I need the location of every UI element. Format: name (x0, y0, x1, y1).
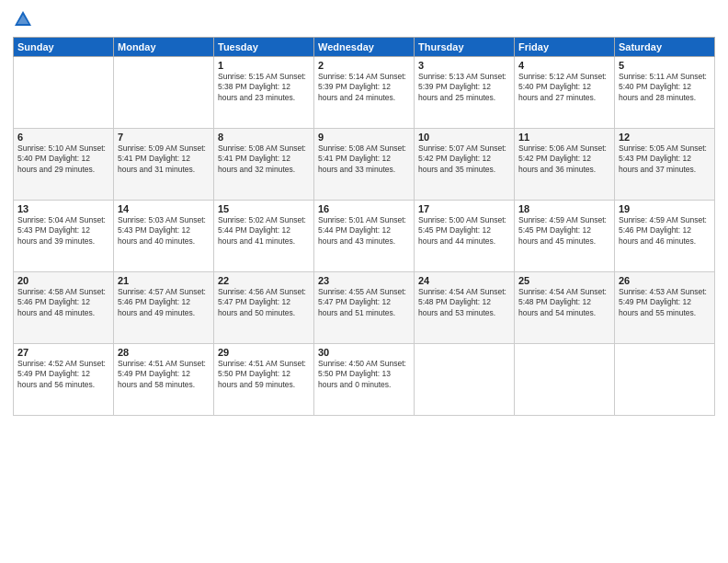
calendar-cell: 1Sunrise: 5:15 AM Sunset: 5:38 PM Daylig… (214, 57, 314, 129)
calendar: SundayMondayTuesdayWednesdayThursdayFrid… (13, 37, 715, 416)
weekday-header: Wednesday (314, 38, 415, 57)
weekday-header: Saturday (615, 38, 715, 57)
calendar-cell (114, 57, 214, 129)
day-number: 1 (218, 60, 310, 71)
day-number: 20 (17, 275, 109, 286)
day-number: 22 (218, 275, 310, 286)
weekday-header: Friday (515, 38, 615, 57)
calendar-cell: 29Sunrise: 4:51 AM Sunset: 5:50 PM Dayli… (214, 344, 314, 416)
calendar-cell: 2Sunrise: 5:14 AM Sunset: 5:39 PM Daylig… (314, 57, 415, 129)
calendar-cell: 23Sunrise: 4:55 AM Sunset: 5:47 PM Dayli… (314, 272, 415, 344)
calendar-cell: 12Sunrise: 5:05 AM Sunset: 5:43 PM Dayli… (615, 129, 715, 201)
day-info: Sunrise: 4:54 AM Sunset: 5:48 PM Dayligh… (518, 287, 610, 318)
calendar-cell: 11Sunrise: 5:06 AM Sunset: 5:42 PM Dayli… (515, 129, 615, 201)
day-info: Sunrise: 5:07 AM Sunset: 5:42 PM Dayligh… (418, 144, 510, 175)
day-info: Sunrise: 4:53 AM Sunset: 5:49 PM Dayligh… (619, 287, 711, 318)
calendar-cell: 20Sunrise: 4:58 AM Sunset: 5:46 PM Dayli… (14, 272, 114, 344)
calendar-cell: 17Sunrise: 5:00 AM Sunset: 5:45 PM Dayli… (415, 201, 515, 272)
day-info: Sunrise: 5:08 AM Sunset: 5:41 PM Dayligh… (218, 144, 310, 175)
day-number: 16 (318, 203, 410, 214)
calendar-cell: 15Sunrise: 5:02 AM Sunset: 5:44 PM Dayli… (214, 201, 314, 272)
calendar-cell: 6Sunrise: 5:10 AM Sunset: 5:40 PM Daylig… (14, 129, 114, 201)
calendar-cell: 24Sunrise: 4:54 AM Sunset: 5:48 PM Dayli… (415, 272, 515, 344)
day-number: 26 (619, 275, 711, 286)
day-info: Sunrise: 4:50 AM Sunset: 5:50 PM Dayligh… (318, 359, 410, 390)
calendar-cell: 8Sunrise: 5:08 AM Sunset: 5:41 PM Daylig… (214, 129, 314, 201)
weekday-header: Thursday (415, 38, 515, 57)
day-info: Sunrise: 4:55 AM Sunset: 5:47 PM Dayligh… (318, 287, 410, 318)
calendar-cell: 30Sunrise: 4:50 AM Sunset: 5:50 PM Dayli… (314, 344, 415, 416)
calendar-week-row: 1Sunrise: 5:15 AM Sunset: 5:38 PM Daylig… (14, 57, 715, 129)
calendar-cell (615, 344, 715, 416)
day-info: Sunrise: 4:59 AM Sunset: 5:45 PM Dayligh… (518, 215, 610, 247)
day-number: 28 (118, 347, 210, 358)
day-number: 27 (17, 347, 109, 358)
header (13, 9, 715, 29)
day-number: 11 (518, 132, 610, 143)
day-info: Sunrise: 5:13 AM Sunset: 5:39 PM Dayligh… (418, 72, 510, 103)
calendar-cell: 19Sunrise: 4:59 AM Sunset: 5:46 PM Dayli… (615, 201, 715, 272)
day-number: 3 (418, 60, 510, 71)
calendar-cell: 25Sunrise: 4:54 AM Sunset: 5:48 PM Dayli… (515, 272, 615, 344)
day-info: Sunrise: 5:04 AM Sunset: 5:43 PM Dayligh… (17, 215, 109, 247)
day-info: Sunrise: 5:08 AM Sunset: 5:41 PM Dayligh… (318, 144, 410, 175)
day-info: Sunrise: 5:09 AM Sunset: 5:41 PM Dayligh… (118, 144, 210, 175)
day-info: Sunrise: 4:51 AM Sunset: 5:50 PM Dayligh… (218, 359, 310, 390)
day-number: 2 (318, 60, 410, 71)
logo-icon (13, 9, 33, 29)
weekday-header: Monday (114, 38, 214, 57)
day-number: 17 (418, 203, 510, 214)
day-info: Sunrise: 5:06 AM Sunset: 5:42 PM Dayligh… (518, 144, 610, 175)
day-number: 30 (318, 347, 410, 358)
calendar-cell: 14Sunrise: 5:03 AM Sunset: 5:43 PM Dayli… (114, 201, 214, 272)
day-info: Sunrise: 5:15 AM Sunset: 5:38 PM Dayligh… (218, 72, 310, 103)
day-number: 6 (17, 132, 109, 143)
day-info: Sunrise: 4:52 AM Sunset: 5:49 PM Dayligh… (17, 359, 109, 390)
day-info: Sunrise: 5:01 AM Sunset: 5:44 PM Dayligh… (318, 215, 410, 247)
day-info: Sunrise: 5:14 AM Sunset: 5:39 PM Dayligh… (318, 72, 410, 103)
calendar-week-row: 6Sunrise: 5:10 AM Sunset: 5:40 PM Daylig… (14, 129, 715, 201)
day-number: 24 (418, 275, 510, 286)
day-number: 5 (619, 60, 711, 71)
day-info: Sunrise: 5:12 AM Sunset: 5:40 PM Dayligh… (518, 72, 610, 103)
logo (13, 9, 36, 29)
day-number: 21 (118, 275, 210, 286)
calendar-cell (515, 344, 615, 416)
day-number: 12 (619, 132, 711, 143)
calendar-cell: 3Sunrise: 5:13 AM Sunset: 5:39 PM Daylig… (415, 57, 515, 129)
calendar-cell: 9Sunrise: 5:08 AM Sunset: 5:41 PM Daylig… (314, 129, 415, 201)
calendar-cell: 26Sunrise: 4:53 AM Sunset: 5:49 PM Dayli… (615, 272, 715, 344)
day-info: Sunrise: 4:57 AM Sunset: 5:46 PM Dayligh… (118, 287, 210, 318)
calendar-week-row: 27Sunrise: 4:52 AM Sunset: 5:49 PM Dayli… (14, 344, 715, 416)
calendar-cell: 22Sunrise: 4:56 AM Sunset: 5:47 PM Dayli… (214, 272, 314, 344)
day-info: Sunrise: 4:59 AM Sunset: 5:46 PM Dayligh… (619, 215, 711, 247)
day-info: Sunrise: 5:03 AM Sunset: 5:43 PM Dayligh… (118, 215, 210, 247)
day-number: 23 (318, 275, 410, 286)
day-number: 29 (218, 347, 310, 358)
calendar-cell: 10Sunrise: 5:07 AM Sunset: 5:42 PM Dayli… (415, 129, 515, 201)
calendar-cell (14, 57, 114, 129)
calendar-cell: 16Sunrise: 5:01 AM Sunset: 5:44 PM Dayli… (314, 201, 415, 272)
day-number: 13 (17, 203, 109, 214)
calendar-cell: 21Sunrise: 4:57 AM Sunset: 5:46 PM Dayli… (114, 272, 214, 344)
calendar-cell: 13Sunrise: 5:04 AM Sunset: 5:43 PM Dayli… (14, 201, 114, 272)
day-number: 4 (518, 60, 610, 71)
calendar-cell: 28Sunrise: 4:51 AM Sunset: 5:49 PM Dayli… (114, 344, 214, 416)
calendar-week-row: 20Sunrise: 4:58 AM Sunset: 5:46 PM Dayli… (14, 272, 715, 344)
day-number: 9 (318, 132, 410, 143)
day-number: 15 (218, 203, 310, 214)
day-number: 7 (118, 132, 210, 143)
day-number: 18 (518, 203, 610, 214)
day-info: Sunrise: 4:54 AM Sunset: 5:48 PM Dayligh… (418, 287, 510, 318)
day-info: Sunrise: 4:56 AM Sunset: 5:47 PM Dayligh… (218, 287, 310, 318)
day-number: 8 (218, 132, 310, 143)
day-info: Sunrise: 5:02 AM Sunset: 5:44 PM Dayligh… (218, 215, 310, 247)
weekday-header: Tuesday (214, 38, 314, 57)
calendar-cell (415, 344, 515, 416)
day-info: Sunrise: 4:58 AM Sunset: 5:46 PM Dayligh… (17, 287, 109, 318)
day-info: Sunrise: 5:00 AM Sunset: 5:45 PM Dayligh… (418, 215, 510, 247)
day-number: 19 (619, 203, 711, 214)
day-info: Sunrise: 5:11 AM Sunset: 5:40 PM Dayligh… (619, 72, 711, 103)
weekday-header: Sunday (14, 38, 114, 57)
day-number: 25 (518, 275, 610, 286)
